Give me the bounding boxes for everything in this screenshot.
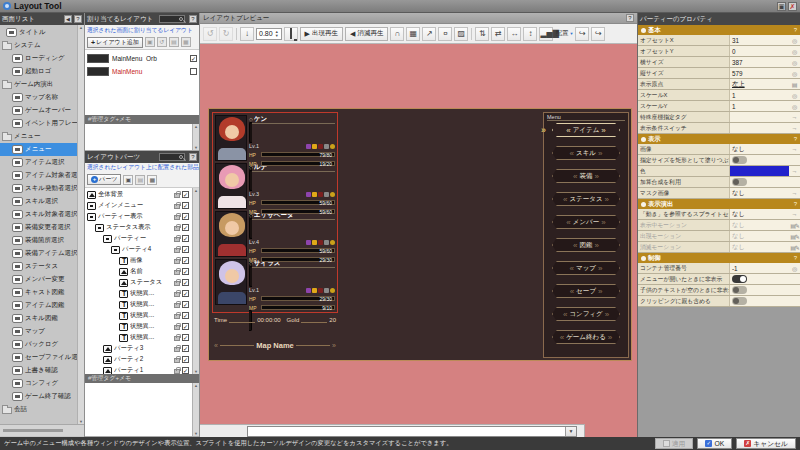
- party-display[interactable]: ◇ケン Lv.1: [212, 112, 338, 313]
- screen-list-item[interactable]: スキル対象者選択: [0, 208, 84, 221]
- screen-list-item[interactable]: ステータス: [0, 260, 84, 273]
- screen-list-item[interactable]: 会話: [0, 403, 84, 416]
- lock-icon[interactable]: [174, 347, 180, 352]
- menu-item[interactable]: 図鑑: [552, 238, 620, 253]
- grid-icon[interactable]: ▦: [406, 27, 420, 41]
- lock-icon[interactable]: [174, 259, 180, 264]
- visibility-checkbox[interactable]: [182, 323, 189, 330]
- property-row[interactable]: 基本 基本 ?: [638, 25, 800, 35]
- duplicate-icon[interactable]: ▣: [145, 37, 155, 47]
- screen-list-item[interactable]: ゲームオーバー: [0, 104, 84, 117]
- zoom-control[interactable]: 0.80 ▲▼: [256, 28, 282, 40]
- trash-icon[interactable]: ▦: [147, 175, 157, 185]
- visibility-checkbox[interactable]: [182, 246, 189, 253]
- scrollbar[interactable]: [192, 124, 199, 150]
- screen-list-item[interactable]: タイトル: [0, 26, 84, 39]
- property-action-icon[interactable]: [789, 209, 800, 219]
- appear-play-button[interactable]: ▶出現再生: [300, 27, 343, 41]
- tree-item[interactable]: パーティ2: [85, 354, 199, 365]
- property-row[interactable]: 表示条件スイッチ 表示条件スイッチ ?: [638, 123, 800, 134]
- sort-vertical-icon[interactable]: ⇅: [475, 27, 489, 41]
- property-row[interactable]: 指定サイズを矩形として塗りつぶす 指定サイズを矩形として塗りつぶす ?: [638, 155, 800, 166]
- property-row[interactable]: 表示演出 表示演出 ?: [638, 199, 800, 209]
- stretch-horizontal-icon[interactable]: ↔: [507, 27, 521, 41]
- add-part-button[interactable]: +パーツ: [87, 174, 121, 185]
- visibility-checkbox[interactable]: [190, 68, 197, 75]
- tree-item[interactable]: 状態異...: [85, 299, 199, 310]
- layout-item[interactable]: MainMenu: [87, 65, 197, 78]
- preview-option-dropdown[interactable]: ▼: [247, 426, 577, 437]
- character-block[interactable]: ◇エリザベータ Lv.4: [215, 211, 335, 258]
- tree-item[interactable]: ステータス: [85, 277, 199, 288]
- lock-icon[interactable]: [174, 215, 180, 220]
- visibility-checkbox[interactable]: [182, 191, 189, 198]
- property-value-cell[interactable]: 579: [730, 68, 789, 78]
- pin-icon[interactable]: ▣: [777, 2, 786, 11]
- visibility-checkbox[interactable]: [190, 55, 197, 62]
- visibility-checkbox[interactable]: [182, 202, 189, 209]
- property-value-cell[interactable]: [730, 177, 789, 187]
- monitor-icon[interactable]: [284, 27, 298, 41]
- screen-list-item[interactable]: アイテム選択: [0, 156, 84, 169]
- tree-item[interactable]: パーティ3: [85, 343, 199, 354]
- screen-list-item[interactable]: 装備箇所選択: [0, 234, 84, 247]
- property-action-icon[interactable]: [789, 68, 800, 78]
- screen-list-item[interactable]: メンバー変更: [0, 273, 84, 286]
- toggle-switch[interactable]: [732, 156, 747, 164]
- tree-item[interactable]: ステータス表示: [85, 222, 199, 233]
- property-value-cell[interactable]: 31: [730, 35, 789, 45]
- lock-icon[interactable]: [174, 226, 180, 231]
- property-row[interactable]: スケールX スケールX 1 ?: [638, 90, 800, 101]
- horizontal-scrollbar[interactable]: [0, 424, 84, 436]
- visibility-checkbox[interactable]: [182, 279, 189, 286]
- lock-icon[interactable]: [174, 292, 180, 297]
- lock-icon[interactable]: [174, 204, 180, 209]
- search-input[interactable]: [159, 153, 185, 161]
- redo-icon[interactable]: ↻: [219, 27, 233, 41]
- property-row[interactable]: 色 色 ?: [638, 166, 800, 177]
- property-row[interactable]: オフセットX オフセットX 31 ?: [638, 35, 800, 46]
- lock-icon[interactable]: [174, 237, 180, 242]
- visibility-checkbox[interactable]: [182, 268, 189, 275]
- copy-icon[interactable]: ▣: [123, 175, 133, 185]
- scrollbar[interactable]: [192, 383, 199, 436]
- property-value-cell[interactable]: [730, 112, 789, 122]
- property-value-cell[interactable]: なし: [730, 242, 789, 252]
- property-value-cell[interactable]: 1: [730, 90, 789, 100]
- screen-list-item[interactable]: マップ名称: [0, 91, 84, 104]
- property-row[interactable]: 加算合成を利用 加算合成を利用 ?: [638, 177, 800, 188]
- property-row[interactable]: マスク画像 マスク画像 なし ?: [638, 188, 800, 199]
- magnet-icon[interactable]: ∩: [390, 27, 404, 41]
- lock-icon[interactable]: [174, 193, 180, 198]
- help-icon[interactable]: ?: [794, 27, 797, 33]
- screen-list-item[interactable]: 起動ロゴ: [0, 65, 84, 78]
- property-value-cell[interactable]: -1: [730, 263, 789, 273]
- property-value-cell[interactable]: [730, 274, 789, 284]
- visibility-checkbox[interactable]: [182, 301, 189, 308]
- menu-item[interactable]: ステータス: [552, 192, 620, 207]
- screen-list-item[interactable]: スキル選択: [0, 195, 84, 208]
- save-icon[interactable]: ▤: [169, 37, 179, 47]
- property-row[interactable]: 縦サイズ 縦サイズ 579 ?: [638, 68, 800, 79]
- menu-item[interactable]: スキル: [552, 146, 620, 161]
- property-row[interactable]: メニューが開いたときに非表示 メニューが開いたときに非表示 ?: [638, 274, 800, 285]
- search-input[interactable]: [159, 15, 185, 23]
- help-icon[interactable]: ?: [794, 255, 797, 261]
- screen-list-item[interactable]: メニュー: [0, 143, 84, 156]
- property-action-icon[interactable]: [789, 79, 800, 89]
- lock-icon[interactable]: [174, 325, 180, 330]
- screen-list-item[interactable]: アイテム対象者選択: [0, 169, 84, 182]
- property-row[interactable]: 制御 制御 ?: [638, 253, 800, 263]
- property-row[interactable]: 「動き」を参照するスプライトセット 「動き」を参照するスプライトセット なし ?: [638, 209, 800, 220]
- screen-list-item[interactable]: 装備アイテム選択: [0, 247, 84, 260]
- picker-icon[interactable]: ↗: [422, 27, 436, 41]
- property-value-cell[interactable]: 387: [730, 57, 789, 67]
- memo-area[interactable]: [85, 383, 199, 437]
- property-action-icon[interactable]: [789, 90, 800, 100]
- property-row[interactable]: 画像 画像 なし ?: [638, 144, 800, 155]
- screen-list-item[interactable]: ゲーム終了確認: [0, 390, 84, 403]
- help-button[interactable]: ?: [189, 15, 197, 23]
- character-block[interactable]: ◇ケン Lv.1: [215, 115, 335, 162]
- stretch-vertical-icon[interactable]: ↕: [523, 27, 537, 41]
- lock-icon[interactable]: [174, 358, 180, 363]
